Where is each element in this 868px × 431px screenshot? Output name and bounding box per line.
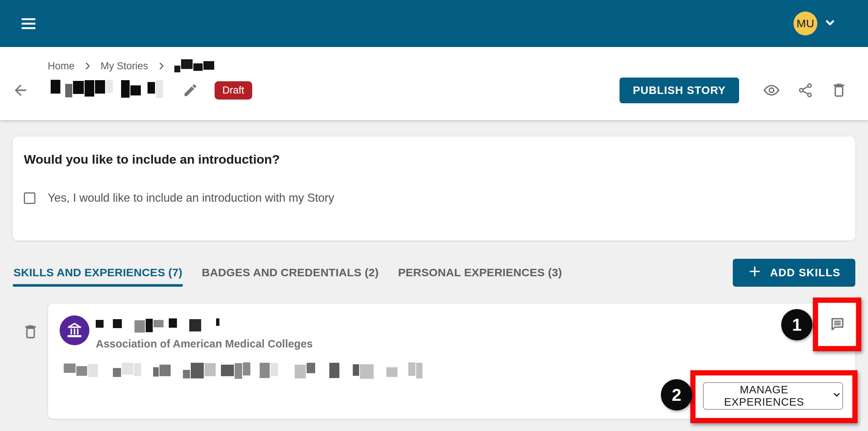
tab-personal-experiences[interactable]: PERSONAL EXPERIENCES (3) xyxy=(397,258,563,287)
breadcrumb-story-title-redacted xyxy=(174,58,230,72)
annotation-number-2: 2 xyxy=(661,379,692,410)
add-skills-label: ADD SKILLS xyxy=(770,267,840,279)
experience-description-redacted xyxy=(64,362,485,380)
tab-badges-and-credentials[interactable]: BADGES AND CREDENTIALS (2) xyxy=(201,258,379,287)
story-title-row: Draft PUBLISH STORY xyxy=(13,77,855,104)
status-badge: Draft xyxy=(215,81,252,100)
add-skills-button[interactable]: ADD SKILLS xyxy=(733,259,855,287)
share-icon[interactable] xyxy=(797,82,814,98)
introduction-card: Would you like to include an introductio… xyxy=(13,136,855,240)
chevron-right-icon xyxy=(156,60,167,72)
account-menu[interactable]: MU xyxy=(793,12,837,35)
tabs-row: SKILLS AND EXPERIENCES (7) BADGES AND CR… xyxy=(13,258,855,287)
comments-icon[interactable] xyxy=(829,315,846,333)
app-bar: MU xyxy=(0,0,868,47)
introduction-question: Would you like to include an introductio… xyxy=(24,152,844,167)
preview-eye-icon[interactable] xyxy=(763,82,780,99)
edit-pencil-icon[interactable] xyxy=(183,82,198,98)
institution-icon xyxy=(60,315,89,345)
breadcrumb: Home My Stories xyxy=(48,47,855,72)
annotation-number-1: 1 xyxy=(781,309,812,340)
avatar[interactable]: MU xyxy=(793,12,817,35)
publish-story-button[interactable]: PUBLISH STORY xyxy=(620,78,739,103)
page-header: Home My Stories Draft PUBLISH STORY xyxy=(0,47,868,120)
story-tool-icons xyxy=(763,82,847,99)
delete-trash-icon[interactable] xyxy=(22,324,39,340)
plus-icon xyxy=(748,264,762,281)
experience-row: Association of American Medical Colleges… xyxy=(13,303,855,419)
story-title-redacted xyxy=(51,79,169,101)
back-arrow-icon[interactable] xyxy=(12,82,29,99)
manage-experiences-button[interactable]: MANAGE EXPERIENCES xyxy=(703,382,843,410)
chevron-down-icon xyxy=(831,389,842,403)
manage-experiences-label: MANAGE EXPERIENCES xyxy=(704,384,824,408)
tab-skills-and-experiences[interactable]: SKILLS AND EXPERIENCES (7) xyxy=(13,258,183,287)
hamburger-menu-button[interactable] xyxy=(22,16,39,31)
include-introduction-checkbox[interactable] xyxy=(24,192,35,204)
include-introduction-checkbox-row[interactable]: Yes, I would like to include an introduc… xyxy=(24,191,334,205)
include-introduction-label: Yes, I would like to include an introduc… xyxy=(48,191,334,205)
experience-card: Association of American Medical Colleges… xyxy=(48,303,855,419)
breadcrumb-my-stories[interactable]: My Stories xyxy=(101,60,148,72)
organization-name: Association of American Medical Colleges xyxy=(96,338,313,350)
chevron-down-icon xyxy=(823,15,837,32)
breadcrumb-home[interactable]: Home xyxy=(48,60,75,72)
experience-delete-column xyxy=(13,303,48,340)
main-content: Would you like to include an introductio… xyxy=(0,136,868,419)
delete-trash-icon[interactable] xyxy=(831,82,847,98)
chevron-right-icon xyxy=(82,60,93,72)
experience-title-redacted xyxy=(96,318,219,333)
